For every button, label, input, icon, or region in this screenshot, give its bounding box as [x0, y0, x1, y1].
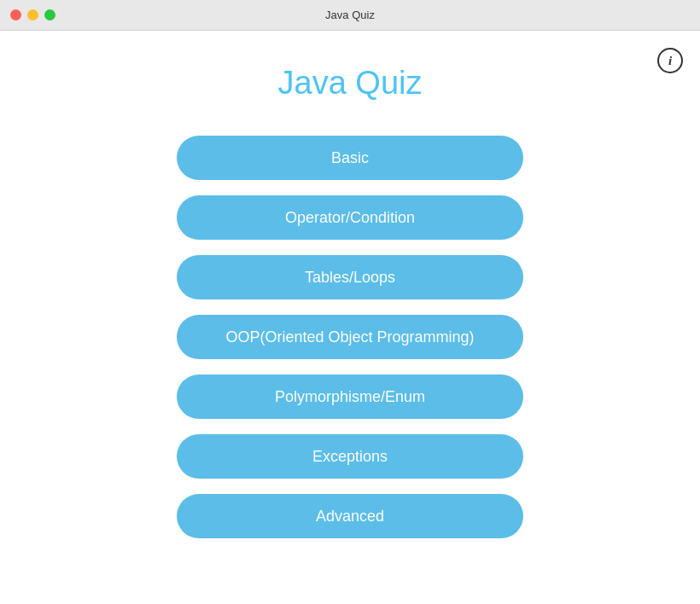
quiz-btn-operator-condition[interactable]: Operator/Condition — [177, 195, 523, 240]
title-bar: Java Quiz — [0, 0, 700, 31]
quiz-btn-exceptions[interactable]: Exceptions — [177, 434, 523, 479]
quiz-btn-tables-loops[interactable]: Tables/Loops — [177, 255, 523, 299]
app-title: Java Quiz — [278, 65, 423, 102]
info-icon[interactable]: i — [657, 48, 683, 73]
main-content: i Java Quiz BasicOperator/ConditionTable… — [0, 31, 700, 604]
close-button[interactable] — [10, 9, 21, 20]
window-controls — [10, 9, 55, 20]
quiz-buttons-container: BasicOperator/ConditionTables/LoopsOOP(O… — [0, 136, 700, 538]
quiz-btn-advanced[interactable]: Advanced — [177, 494, 523, 538]
quiz-btn-basic[interactable]: Basic — [177, 136, 523, 180]
quiz-btn-oop[interactable]: OOP(Oriented Object Programming) — [177, 315, 523, 359]
window-title: Java Quiz — [325, 9, 375, 21]
minimize-button[interactable] — [27, 9, 38, 20]
maximize-button[interactable] — [44, 9, 55, 20]
quiz-btn-polymorphisme-enum[interactable]: Polymorphisme/Enum — [177, 375, 523, 419]
